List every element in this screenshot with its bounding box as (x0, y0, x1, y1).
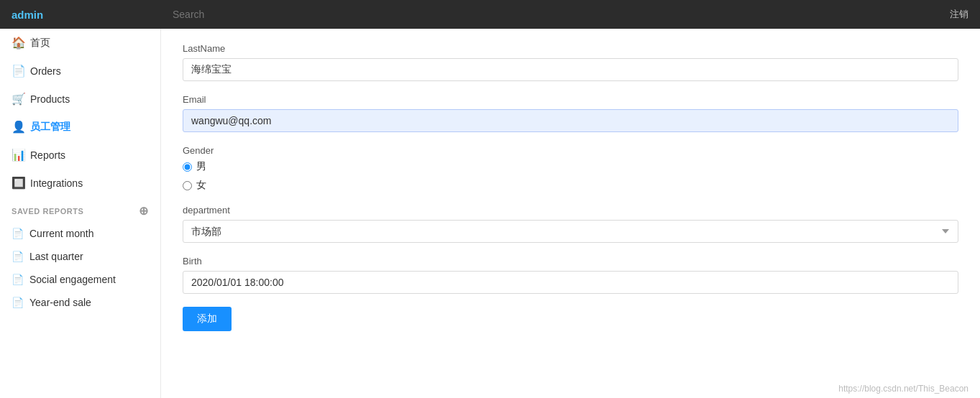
sidebar-saved-social-engagement[interactable]: 📄 Social engagement (0, 268, 160, 291)
reports-icon: 📊 (12, 148, 24, 162)
sidebar-item-employees[interactable]: 👤 员工管理 (0, 113, 160, 141)
department-group: department 市场部 技术部 人事部 (183, 205, 958, 243)
saved-report-year-end-sale-label: Year-end sale (29, 297, 91, 308)
gender-female-option[interactable]: 女 (183, 179, 958, 192)
content-area: LastName Email Gender 男 女 de (161, 29, 980, 398)
main-layout: 🏠 首页 📄 Orders 🛒 Products 👤 员工管理 📊 Report… (0, 29, 980, 398)
birth-input[interactable] (183, 271, 958, 294)
sidebar-saved-last-quarter[interactable]: 📄 Last quarter (0, 245, 160, 268)
birth-group: Birth (183, 256, 958, 294)
doc-icon-social-engagement: 📄 (12, 274, 24, 285)
doc-icon-current-month: 📄 (12, 228, 24, 239)
lastname-label: LastName (183, 43, 958, 54)
employees-icon: 👤 (12, 120, 24, 134)
lastname-group: LastName (183, 43, 958, 81)
search-input[interactable] (173, 9, 950, 20)
sidebar-item-products[interactable]: 🛒 Products (0, 85, 160, 113)
sidebar-saved-current-month[interactable]: 📄 Current month (0, 222, 160, 245)
sidebar-item-integrations-label: Integrations (30, 177, 83, 189)
sidebar-item-employees-label: 员工管理 (30, 121, 70, 134)
add-saved-report-icon[interactable]: ⊕ (139, 204, 149, 218)
gender-label: Gender (183, 145, 958, 156)
doc-icon-last-quarter: 📄 (12, 251, 24, 262)
birth-label: Birth (183, 256, 958, 267)
footer-hint: https://blog.csdn.net/This_Beacon (838, 384, 968, 394)
gender-male-label: 男 (196, 160, 206, 173)
logout-button[interactable]: 注销 (950, 8, 968, 21)
products-icon: 🛒 (12, 92, 24, 106)
department-label: department (183, 205, 958, 216)
department-select[interactable]: 市场部 技术部 人事部 (183, 220, 958, 243)
email-input[interactable] (183, 109, 958, 132)
gender-radio-group: 男 女 (183, 160, 958, 192)
sidebar-saved-year-end-sale[interactable]: 📄 Year-end sale (0, 291, 160, 314)
lastname-input[interactable] (183, 58, 958, 81)
sidebar-item-orders[interactable]: 📄 Orders (0, 57, 160, 85)
sidebar: 🏠 首页 📄 Orders 🛒 Products 👤 员工管理 📊 Report… (0, 29, 161, 398)
sidebar-item-home[interactable]: 🏠 首页 (0, 29, 160, 57)
brand-label: admin (12, 9, 173, 21)
saved-reports-section: SAVED REPORTS ⊕ (0, 197, 160, 222)
gender-female-radio[interactable] (183, 181, 192, 190)
gender-female-label: 女 (196, 179, 206, 192)
sidebar-item-products-label: Products (30, 93, 70, 105)
email-group: Email (183, 94, 958, 132)
home-icon: 🏠 (12, 36, 24, 50)
gender-male-radio[interactable] (183, 162, 192, 172)
email-label: Email (183, 94, 958, 105)
gender-male-option[interactable]: 男 (183, 160, 958, 173)
doc-icon-year-end-sale: 📄 (12, 297, 24, 308)
integrations-icon: 🔲 (12, 176, 24, 190)
saved-report-social-engagement-label: Social engagement (29, 274, 116, 285)
gender-group: Gender 男 女 (183, 145, 958, 192)
topbar: admin 注销 (0, 0, 980, 29)
saved-report-current-month-label: Current month (29, 228, 93, 239)
saved-report-last-quarter-label: Last quarter (29, 251, 83, 262)
sidebar-item-integrations[interactable]: 🔲 Integrations (0, 169, 160, 197)
sidebar-item-orders-label: Orders (30, 65, 61, 77)
submit-group: 添加 (183, 307, 958, 331)
sidebar-item-home-label: 首页 (30, 37, 50, 50)
submit-button[interactable]: 添加 (183, 307, 232, 331)
sidebar-item-reports[interactable]: 📊 Reports (0, 141, 160, 169)
orders-icon: 📄 (12, 64, 24, 78)
saved-reports-title: SAVED REPORTS (12, 207, 83, 216)
sidebar-item-reports-label: Reports (30, 149, 65, 161)
